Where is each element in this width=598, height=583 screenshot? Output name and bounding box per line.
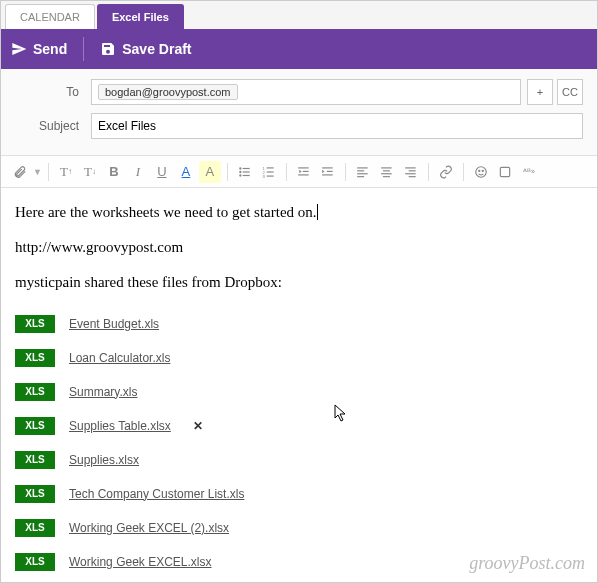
- file-link[interactable]: Supplies Table.xlsx: [69, 418, 171, 435]
- add-recipient-button[interactable]: +: [527, 79, 553, 105]
- svg-rect-1: [243, 167, 250, 168]
- file-type-badge: XLS: [15, 451, 55, 469]
- send-button[interactable]: Send: [11, 41, 67, 57]
- to-label: To: [15, 85, 91, 99]
- file-row: XLSTech Company Customer List.xls: [15, 477, 583, 511]
- svg-rect-11: [267, 175, 274, 176]
- svg-point-32: [482, 170, 483, 171]
- tab-calendar[interactable]: CALENDAR: [5, 4, 95, 29]
- file-type-badge: XLS: [15, 417, 55, 435]
- file-row: XLSWorking Geek EXCEL (2).xlsx: [15, 511, 583, 545]
- text-color-icon[interactable]: A: [175, 161, 197, 183]
- file-type-badge: XLS: [15, 349, 55, 367]
- subject-input[interactable]: [98, 119, 576, 133]
- svg-rect-27: [409, 170, 416, 171]
- align-right-icon[interactable]: [400, 161, 422, 183]
- file-list: XLSEvent Budget.xlsXLSLoan Calculator.xl…: [15, 307, 583, 579]
- file-row: XLSSummary.xls: [15, 375, 583, 409]
- emoji-icon[interactable]: [470, 161, 492, 183]
- svg-rect-7: [267, 167, 274, 168]
- file-row: XLSLoan Calculator.xls: [15, 341, 583, 375]
- subject-label: Subject: [15, 119, 91, 133]
- file-row: XLSSupplies Table.xlsx✕: [15, 409, 583, 443]
- file-link[interactable]: Supplies.xlsx: [69, 452, 139, 469]
- number-list-icon[interactable]: 123: [258, 161, 280, 183]
- svg-rect-21: [357, 176, 364, 177]
- file-type-badge: XLS: [15, 553, 55, 571]
- svg-point-4: [239, 174, 241, 176]
- file-type-badge: XLS: [15, 485, 55, 503]
- save-draft-icon: [100, 41, 116, 57]
- tab-excel-files[interactable]: Excel Files: [97, 4, 184, 29]
- svg-rect-14: [298, 174, 309, 175]
- svg-rect-29: [409, 176, 416, 177]
- file-link[interactable]: Working Geek EXCEL (2).xlsx: [69, 520, 229, 537]
- recipient-chip[interactable]: bogdan@groovypost.com: [98, 84, 238, 100]
- file-type-badge: XLS: [15, 315, 55, 333]
- svg-rect-33: [500, 167, 509, 176]
- svg-point-30: [476, 166, 487, 177]
- send-label: Send: [33, 41, 67, 57]
- file-link[interactable]: Loan Calculator.xls: [69, 350, 170, 367]
- send-icon: [11, 41, 27, 57]
- link-icon[interactable]: [435, 161, 457, 183]
- svg-rect-19: [357, 170, 364, 171]
- svg-rect-28: [405, 173, 416, 174]
- svg-rect-9: [267, 171, 274, 172]
- file-link[interactable]: Summary.xls: [69, 384, 137, 401]
- svg-rect-17: [322, 174, 333, 175]
- subject-input-container: [91, 113, 583, 139]
- svg-rect-20: [357, 173, 368, 174]
- underline-icon[interactable]: U: [151, 161, 173, 183]
- font-larger-icon[interactable]: T↑: [55, 161, 77, 183]
- outdent-icon[interactable]: [293, 161, 315, 183]
- svg-rect-3: [243, 171, 250, 172]
- svg-rect-24: [381, 173, 392, 174]
- svg-rect-16: [327, 170, 333, 171]
- svg-rect-12: [298, 167, 309, 168]
- message-body[interactable]: Here are the worksheets we need to get s…: [1, 188, 597, 583]
- svg-point-31: [479, 170, 480, 171]
- watermark: groovyPost.com: [469, 553, 585, 574]
- toolbar-divider: [83, 37, 84, 61]
- attach-icon[interactable]: [9, 161, 31, 183]
- to-input[interactable]: bogdan@groovypost.com: [91, 79, 521, 105]
- save-draft-label: Save Draft: [122, 41, 191, 57]
- stationery-icon[interactable]: [494, 161, 516, 183]
- file-link[interactable]: Working Geek EXCEL.xlsx: [69, 554, 212, 571]
- indent-icon[interactable]: [317, 161, 339, 183]
- file-type-badge: XLS: [15, 519, 55, 537]
- bold-icon[interactable]: B: [103, 161, 125, 183]
- italic-icon[interactable]: I: [127, 161, 149, 183]
- align-center-icon[interactable]: [376, 161, 398, 183]
- save-draft-button[interactable]: Save Draft: [100, 41, 191, 57]
- cc-button[interactable]: CC: [557, 79, 583, 105]
- font-smaller-icon[interactable]: T↓: [79, 161, 101, 183]
- svg-rect-23: [383, 170, 390, 171]
- align-left-icon[interactable]: [352, 161, 374, 183]
- file-link[interactable]: Event Budget.xls: [69, 316, 159, 333]
- file-row: XLSEvent Budget.xls: [15, 307, 583, 341]
- svg-rect-13: [303, 170, 309, 171]
- file-row: XLSSupplies.xlsx: [15, 443, 583, 477]
- svg-point-2: [239, 170, 241, 172]
- file-link[interactable]: Tech Company Customer List.xls: [69, 486, 244, 503]
- more-format-icon[interactable]: ᴬᴮ»: [518, 161, 540, 183]
- svg-rect-5: [243, 174, 250, 175]
- highlight-icon[interactable]: A: [199, 161, 221, 183]
- body-line-3: mysticpain shared these files from Dropb…: [15, 272, 583, 293]
- bullet-list-icon[interactable]: [234, 161, 256, 183]
- svg-rect-22: [381, 167, 392, 168]
- svg-point-0: [239, 167, 241, 169]
- remove-file-icon[interactable]: ✕: [193, 418, 203, 435]
- svg-rect-18: [357, 167, 368, 168]
- compose-toolbar: Send Save Draft: [1, 29, 597, 69]
- body-line-2: http://www.groovypost.com: [15, 237, 583, 258]
- file-type-badge: XLS: [15, 383, 55, 401]
- svg-rect-25: [383, 176, 390, 177]
- svg-rect-26: [405, 167, 416, 168]
- svg-rect-15: [322, 167, 333, 168]
- format-toolbar: ▼ T↑ T↓ B I U A A 123 ᴬᴮ»: [1, 156, 597, 188]
- svg-text:3: 3: [263, 173, 266, 178]
- body-line-1: Here are the worksheets we need to get s…: [15, 204, 318, 220]
